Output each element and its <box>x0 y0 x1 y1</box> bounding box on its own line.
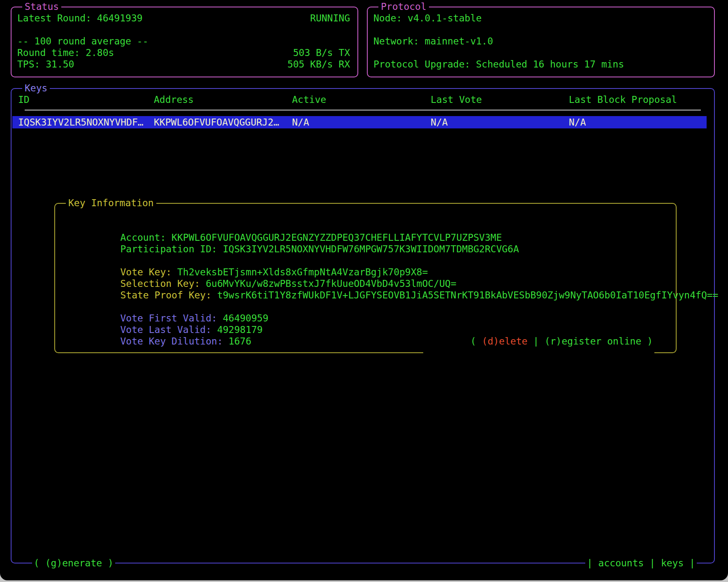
node-state-badge: RUNNING <box>310 12 350 24</box>
vote-key-label: Vote Key: <box>120 267 177 277</box>
spacer <box>373 24 707 35</box>
delete-button[interactable]: (d)elete <box>482 336 528 347</box>
selection-key-label: Selection Key: <box>120 278 206 289</box>
column-header-last-vote: Last Vote <box>431 94 569 105</box>
register-online-button[interactable]: (r)egister online <box>545 336 641 347</box>
table-row-selected[interactable]: IQSK3IYV2LR5NOXNYVHDF… KKPWL6OFVUFOAVQGG… <box>12 116 707 128</box>
actions-divider: | <box>527 336 545 347</box>
column-header-active: Active <box>292 94 431 105</box>
vote-first-valid-line: Vote First Valid: 46490959 <box>63 301 676 312</box>
nav-accounts-keys[interactable]: | accounts | keys | <box>585 557 697 569</box>
spacer <box>373 47 707 58</box>
column-header-id: ID <box>18 94 154 105</box>
generate-button[interactable]: ( (g)enerate ) <box>32 557 115 569</box>
row-cell-active: N/A <box>292 116 431 128</box>
protocol-panel-title: Protocol <box>378 1 429 12</box>
status-panel: Status Latest Round: 46491939 RUNNING --… <box>11 7 358 77</box>
round-average-header: -- 100 round average -- <box>17 35 148 47</box>
keys-panel: Keys ID Address Active Last Vote Last Bl… <box>11 88 715 563</box>
terminal-window: Status Latest Round: 46491939 RUNNING --… <box>0 0 728 580</box>
vote-first-valid-label: Vote First Valid: <box>120 313 223 324</box>
selection-key-value: 6u6MvYKu/w8zwPBsstxJ7fkUueOD4VbD4v53lmOC… <box>206 278 456 289</box>
participation-id-value: IQSK3IYV2LR5NOXNYVHDFW76MPGW757K3WIIDOM7… <box>223 244 519 254</box>
node-version-value: Node: v4.0.1-stable <box>373 12 482 24</box>
vote-key-dilution-value: 1676 <box>229 336 251 347</box>
vote-key-dilution-label: Vote Key Dilution: <box>120 336 228 347</box>
vote-first-valid-value: 46490959 <box>223 313 269 324</box>
protocol-panel: Protocol Node: v4.0.1-stable Network: ma… <box>367 7 715 77</box>
column-header-last-block-proposal: Last Block Proposal <box>569 94 714 105</box>
spacer <box>17 24 350 35</box>
row-cell-last-block-proposal: N/A <box>569 116 707 128</box>
key-information-title: Key Information <box>66 197 156 209</box>
account-value: KKPWL6OFVUFOAVQGGURJ2EGNZYZZDPEQ37CHEFLL… <box>172 232 502 243</box>
tps-value: TPS: 31.50 <box>17 58 74 70</box>
key-information-panel: Key Information Account: KKPWL6OFVUFOAVQ… <box>54 203 677 353</box>
account-label: Account: <box>120 232 172 243</box>
keys-table-header: ID Address Active Last Vote Last Block P… <box>12 94 714 105</box>
tx-rate-value: 503 B/s TX <box>293 47 350 58</box>
table-header-separator <box>25 109 701 111</box>
round-time-value: Round time: 2.80s <box>17 47 114 58</box>
vote-key-line: Vote Key: Th2veksbETjsmn+Xlds8xGfmpNtA4V… <box>63 255 676 266</box>
network-value: Network: mainnet-v1.0 <box>373 35 493 47</box>
rx-rate-value: 505 KB/s RX <box>287 58 350 70</box>
row-cell-address: KKPWL6OFVUFOAVQGGURJ2… <box>154 116 292 128</box>
protocol-upgrade-value: Protocol Upgrade: Scheduled 16 hours 17 … <box>373 58 624 70</box>
account-line: Account: KKPWL6OFVUFOAVQGGURJ2EGNZYZZDPE… <box>63 220 676 232</box>
column-header-address: Address <box>154 94 292 105</box>
vote-key-value: Th2veksbETjsmn+Xlds8xGfmpNtA4VzarBgjk70p… <box>177 267 428 277</box>
vote-last-valid-label: Vote Last Valid: <box>120 324 217 335</box>
actions-close-paren: ) <box>641 336 653 347</box>
state-proof-key-value: t9wsrK6tiT1Y8zfWUkDF1V+LJGFYSEOVB1JiA5SE… <box>217 290 719 300</box>
latest-round-value: Latest Round: 46491939 <box>17 12 143 24</box>
status-panel-title: Status <box>22 1 61 12</box>
row-cell-last-vote: N/A <box>431 116 569 128</box>
state-proof-key-label: State Proof Key: <box>120 290 217 300</box>
participation-id-label: Participation ID: <box>120 244 223 254</box>
key-actions-bar: ( (d)elete | (r)egister online ) <box>423 324 654 359</box>
keys-panel-title: Keys <box>22 82 50 94</box>
row-cell-id: IQSK3IYV2LR5NOXNYVHDF… <box>18 116 154 128</box>
vote-last-valid-value: 49298179 <box>217 324 263 335</box>
actions-open-paren: ( <box>471 336 482 347</box>
